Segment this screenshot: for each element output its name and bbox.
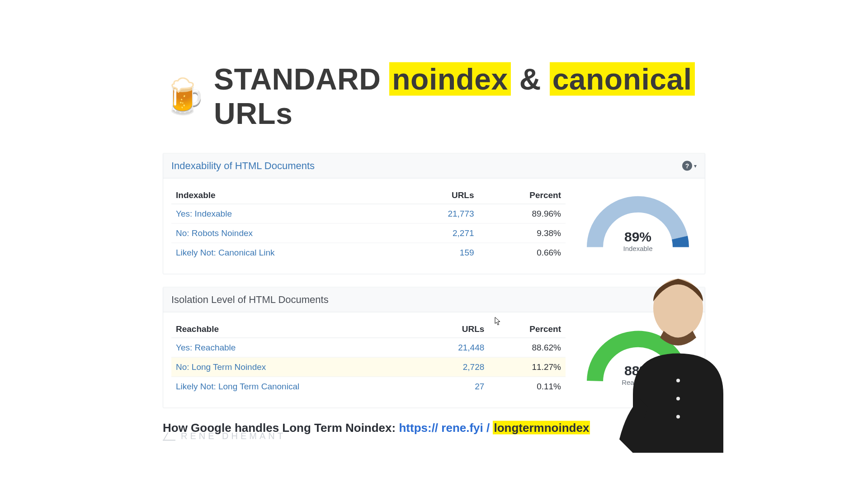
chevron-down-icon: ▾ (694, 163, 697, 169)
footer-url-slug[interactable]: longtermnoindex (493, 421, 590, 435)
watermark-text: RENE DHEMANT (181, 431, 286, 441)
row-pct: 11.27% (489, 357, 566, 377)
title-row: 🍺 STANDARD noindex & canonical URLs (163, 62, 705, 131)
gauge-sublabel: Indexable (586, 244, 690, 252)
row-pct: 9.38% (479, 223, 566, 243)
col-percent: Percent (479, 187, 566, 204)
title-word5: URLs (214, 97, 292, 130)
col-urls: URLs (422, 321, 489, 338)
row-label[interactable]: Likely Not: Long Term Canonical (171, 377, 422, 396)
title-word1: STANDARD (214, 62, 381, 96)
row-label[interactable]: No: Robots Noindex (171, 223, 403, 243)
beer-icon: 🍺 (163, 79, 206, 114)
svg-point-3 (676, 415, 680, 419)
col-urls: URLs (403, 187, 479, 204)
row-label[interactable]: Yes: Indexable (171, 204, 403, 223)
row-pct: 0.66% (479, 243, 566, 262)
isolation-table: Reachable URLs Percent Yes: Reachable 21… (171, 321, 566, 396)
row-pct: 89.96% (479, 204, 566, 223)
panel-header-indexability: Indexability of HTML Documents ? ▾ (163, 154, 705, 179)
slide: 🍺 STANDARD noindex & canonical URLs Inde… (108, 39, 760, 453)
row-urls[interactable]: 27 (422, 377, 489, 396)
row-urls[interactable]: 2,271 (403, 223, 479, 243)
gauge-percent: 89% (586, 229, 690, 244)
help-icon: ? (682, 161, 692, 171)
row-urls[interactable]: 21,773 (403, 204, 479, 223)
presenter-video (606, 259, 741, 453)
col-reachable: Reachable (171, 321, 422, 338)
svg-point-2 (676, 397, 680, 401)
row-urls[interactable]: 21,448 (422, 338, 489, 357)
help-button[interactable]: ? ▾ (682, 161, 697, 171)
indexability-table: Indexable URLs Percent Yes: Indexable 21… (171, 187, 566, 262)
gauge-indexable: 89% Indexable (579, 187, 697, 262)
title-highlight-canonical: canonical (550, 62, 695, 96)
table-row-highlight: No: Long Term Noindex 2,728 11.27% (171, 357, 566, 377)
row-urls[interactable]: 2,728 (422, 357, 489, 377)
table-row: No: Robots Noindex 2,271 9.38% (171, 223, 566, 243)
table-row: Likely Not: Canonical Link 159 0.66% (171, 243, 566, 262)
row-urls[interactable]: 159 (403, 243, 479, 262)
title-amp: & (519, 62, 541, 96)
panel-title: Indexability of HTML Documents (171, 160, 315, 172)
row-label[interactable]: Likely Not: Canonical Link (171, 243, 403, 262)
row-pct: 0.11% (489, 377, 566, 396)
panel-indexability: Indexability of HTML Documents ? ▾ Index… (163, 153, 705, 274)
table-row: Yes: Reachable 21,448 88.62% (171, 338, 566, 357)
row-pct: 88.62% (489, 338, 566, 357)
col-percent: Percent (489, 321, 566, 338)
row-label[interactable]: No: Long Term Noindex (171, 357, 422, 377)
table-row: Yes: Indexable 21,773 89.96% (171, 204, 566, 223)
panel-title: Isolation Level of HTML Documents (171, 294, 329, 306)
page-title: STANDARD noindex & canonical URLs (214, 62, 705, 131)
watermark-icon (163, 431, 175, 440)
col-indexable: Indexable (171, 187, 403, 204)
footer-url-prefix[interactable]: https:// rene.fyi / (399, 421, 490, 435)
table-row: Likely Not: Long Term Canonical 27 0.11% (171, 377, 566, 396)
row-label[interactable]: Yes: Reachable (171, 338, 422, 357)
title-highlight-noindex: noindex (389, 62, 511, 96)
watermark: RENE DHEMANT (163, 431, 286, 441)
svg-point-1 (676, 379, 680, 383)
